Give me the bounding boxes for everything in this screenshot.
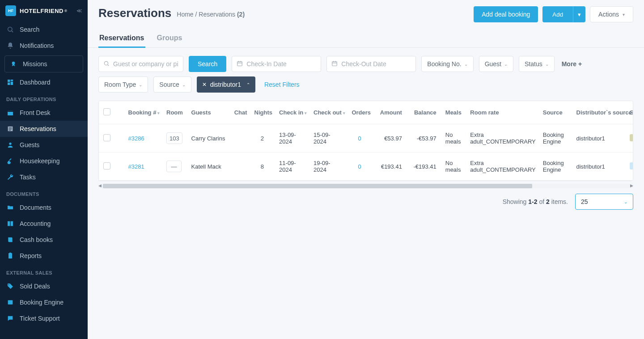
nav-label: Housekeeping xyxy=(20,157,60,165)
guest-name: Carry Clarins xyxy=(187,124,230,153)
accounting-icon xyxy=(6,220,14,228)
check-in: 13-09-2024 xyxy=(275,124,309,153)
filter-booking-no[interactable]: Booking No.⌄ xyxy=(421,56,473,72)
svg-point-2 xyxy=(12,62,15,65)
col-orders[interactable]: Orders xyxy=(347,101,372,124)
sidebar-item-guests[interactable]: Guests xyxy=(0,137,88,153)
sidebar-item-booking-engine[interactable]: Booking Engine xyxy=(0,294,88,310)
sidebar-item-search[interactable]: Search xyxy=(0,21,88,38)
col-meals[interactable]: Meals xyxy=(441,101,466,124)
col-room[interactable]: Room xyxy=(162,101,187,124)
tab-groups[interactable]: Groups xyxy=(156,30,183,48)
chevron-down-icon: ⌄ xyxy=(504,62,508,67)
logo[interactable]: HOTELFRIEND ® ≪ xyxy=(0,0,88,21)
sidebar-item-reservations[interactable]: Reservations xyxy=(0,121,88,137)
row-checkbox[interactable] xyxy=(103,162,110,170)
more-filters[interactable]: More + xyxy=(562,60,582,68)
actions-button[interactable]: Actions▾ xyxy=(590,6,633,22)
sidebar-item-reports[interactable]: Reports xyxy=(0,248,88,264)
scrollbar-thumb[interactable] xyxy=(103,184,532,188)
tab-reservations[interactable]: Reservations xyxy=(98,30,145,48)
orders-link[interactable]: 0 xyxy=(358,163,361,170)
nav-label: Front Desk xyxy=(20,109,50,116)
sidebar-item-cash-books[interactable]: Cash books xyxy=(0,232,88,248)
page-size-select[interactable]: 25 ⌄ xyxy=(575,194,633,210)
col-source[interactable]: Source xyxy=(538,101,572,124)
search-field[interactable] xyxy=(98,56,183,72)
nav-label: Dashboard xyxy=(20,79,51,86)
collapse-sidebar-icon[interactable]: ≪ xyxy=(76,8,82,14)
svg-rect-19 xyxy=(8,300,13,304)
sidebar-item-front-desk[interactable]: Front Desk xyxy=(0,105,88,121)
nav-label: Accounting xyxy=(20,220,51,227)
sidebar-item-notifications[interactable]: Notifications xyxy=(0,38,88,54)
search-input[interactable] xyxy=(113,60,178,68)
svg-rect-8 xyxy=(8,110,13,112)
add-button[interactable]: Add xyxy=(542,6,573,22)
scroll-left-icon[interactable]: ◀ xyxy=(98,183,102,188)
svg-point-20 xyxy=(104,61,108,65)
dashboard-icon xyxy=(6,78,14,86)
checkout-input[interactable] xyxy=(341,60,411,68)
col-dist-source[interactable]: Distributor`s source xyxy=(572,101,626,124)
checkout-field[interactable] xyxy=(326,56,416,72)
close-icon[interactable]: ✕ xyxy=(202,81,207,88)
scroll-right-icon[interactable]: ▶ xyxy=(630,183,633,188)
col-guests[interactable]: Guests xyxy=(187,101,230,124)
svg-rect-12 xyxy=(9,130,11,131)
filter-room-type[interactable]: Room Type⌄ xyxy=(98,76,148,93)
svg-rect-3 xyxy=(8,80,10,82)
balance: -€193.41 xyxy=(407,153,441,181)
orders-link[interactable]: 0 xyxy=(358,135,361,142)
search-button[interactable]: Search xyxy=(189,56,226,72)
sidebar-item-tasks[interactable]: Tasks xyxy=(0,169,88,185)
sidebar-item-dashboard[interactable]: Dashboard xyxy=(0,74,88,90)
col-chat[interactable]: Chat xyxy=(230,101,250,124)
col-rate[interactable]: Room rate xyxy=(466,101,538,124)
sidebar-item-accounting[interactable]: Accounting xyxy=(0,216,88,232)
checkin-field[interactable] xyxy=(232,56,321,72)
select-all-checkbox[interactable] xyxy=(103,108,110,115)
booking-link[interactable]: #3281 xyxy=(128,163,144,170)
nights: 2 xyxy=(250,124,275,153)
crumb-current: Reservations xyxy=(199,11,237,18)
nav-label: Search xyxy=(20,26,39,33)
tag-icon xyxy=(6,282,14,290)
col-checkin[interactable]: Check in▾ xyxy=(275,101,309,124)
filters-row-1: Search Booking No.⌄ Guest⌄ Status⌄ More … xyxy=(88,48,644,72)
svg-rect-15 xyxy=(11,221,13,226)
col-checkout[interactable]: Check out▾ xyxy=(309,101,347,124)
filter-guest[interactable]: Guest⌄ xyxy=(479,56,513,72)
nav-label: Sold Deals xyxy=(20,283,50,290)
row-checkbox[interactable] xyxy=(103,134,110,141)
filter-status[interactable]: Status⌄ xyxy=(519,56,555,72)
col-amount[interactable]: Amount xyxy=(372,101,407,124)
sidebar-item-missions[interactable]: Missions xyxy=(4,55,83,72)
sidebar-item-ticket-support[interactable]: Ticket Support xyxy=(0,310,88,326)
filter-source[interactable]: Source⌄ xyxy=(153,76,191,93)
horizontal-scrollbar[interactable]: ◀ ▶ xyxy=(98,184,633,188)
table-row[interactable]: #3286103Carry Clarins213-09-202415-09-20… xyxy=(99,124,633,153)
add-split-button: Add ▾ xyxy=(542,6,585,22)
table-row[interactable]: #3281—Katell Mack811-09-202419-09-20240€… xyxy=(99,153,633,181)
sidebar-item-housekeeping[interactable]: Housekeeping xyxy=(0,153,88,169)
checkin-input[interactable] xyxy=(246,60,316,68)
nav-label: Documents xyxy=(20,204,51,211)
sort-icon: ▾ xyxy=(157,111,160,115)
balance: -€53.97 xyxy=(407,124,441,153)
col-balance[interactable]: Balance xyxy=(407,101,441,124)
col-booking[interactable]: Booking #▾ xyxy=(124,101,162,124)
svg-rect-26 xyxy=(332,61,337,65)
add-deal-booking-button[interactable]: Add deal booking xyxy=(474,6,538,22)
add-dropdown-caret[interactable]: ▾ xyxy=(573,6,585,22)
search-icon xyxy=(6,25,14,34)
room-rate: Extra adult_CONTEMPORARY xyxy=(466,153,538,181)
sidebar-item-sold-deals[interactable]: Sold Deals xyxy=(0,278,88,294)
crumb-home[interactable]: Home xyxy=(177,11,193,18)
col-nights[interactable]: Nights xyxy=(250,101,275,124)
active-filter-chip[interactable]: ✕ distributor1 ⌃ xyxy=(197,76,255,93)
booking-link[interactable]: #3286 xyxy=(128,135,144,142)
sidebar-item-documents[interactable]: Documents xyxy=(0,199,88,216)
reset-filters-link[interactable]: Reset Filters xyxy=(264,81,300,88)
nav-label: Guests xyxy=(20,141,39,148)
